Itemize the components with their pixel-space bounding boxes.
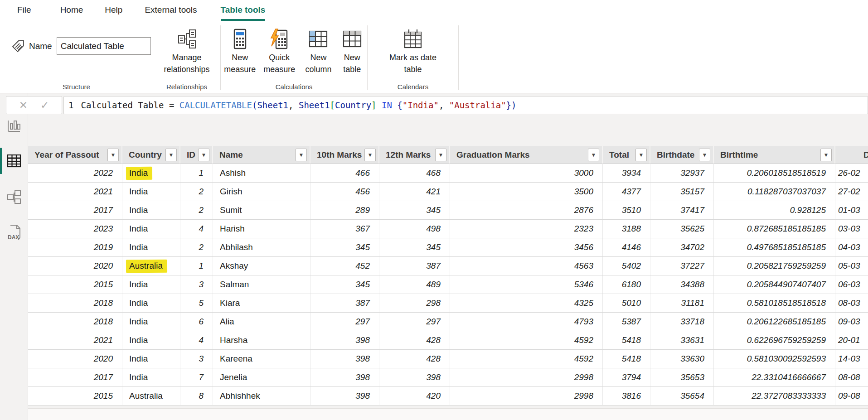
table-cell[interactable]: India: [122, 350, 180, 368]
table-cell[interactable]: 0.497685185185185: [714, 238, 835, 256]
table-cell[interactable]: India: [122, 201, 180, 219]
table-cell[interactable]: 2: [180, 183, 213, 201]
table-cell[interactable]: 3000: [450, 164, 603, 182]
table-row[interactable]: 2017India7Jenelia398398299837943565322.3…: [28, 368, 868, 387]
table-cell[interactable]: Salman: [213, 275, 310, 294]
table-cell[interactable]: 289: [310, 201, 379, 219]
new-table-button[interactable]: New table: [337, 26, 367, 76]
column-filter-dropdown[interactable]: ▼: [364, 149, 376, 161]
table-cell[interactable]: 2023: [28, 220, 122, 238]
table-cell[interactable]: 0.118287037037037: [714, 183, 835, 201]
table-cell[interactable]: 2020: [28, 350, 122, 368]
table-cell[interactable]: 35625: [650, 220, 714, 238]
table-cell[interactable]: 4563: [450, 257, 603, 275]
table-cell[interactable]: 3188: [603, 220, 650, 238]
table-cell[interactable]: 0.581018518518518: [714, 294, 835, 312]
table-cell[interactable]: 0.205844907407407: [714, 275, 835, 294]
table-cell[interactable]: 4146: [603, 238, 650, 256]
table-cell[interactable]: Abhishhek: [213, 387, 310, 405]
table-view-button[interactable]: [0, 154, 28, 168]
table-cell[interactable]: 4377: [603, 183, 650, 201]
table-cell[interactable]: Australia: [122, 387, 180, 405]
table-cell[interactable]: 398: [379, 368, 450, 386]
column-filter-dropdown[interactable]: ▼: [165, 149, 177, 161]
table-cell[interactable]: 5418: [603, 331, 650, 349]
table-cell[interactable]: 08-03: [835, 294, 868, 312]
table-row[interactable]: 2020India3Kareena39842845925418336300.58…: [28, 350, 868, 368]
table-cell[interactable]: 2022: [28, 164, 122, 182]
table-cell[interactable]: 0.206018518518519: [714, 164, 835, 182]
table-row[interactable]: 2020Australia1Akshay45238745635402372270…: [28, 257, 868, 275]
table-cell[interactable]: 398: [310, 368, 379, 386]
table-cell[interactable]: 420: [379, 387, 450, 405]
column-filter-dropdown[interactable]: ▼: [820, 149, 832, 161]
table-cell[interactable]: 27-02: [835, 183, 868, 201]
table-cell[interactable]: 31181: [650, 294, 714, 312]
table-cell[interactable]: 3456: [450, 238, 603, 256]
table-cell[interactable]: 2: [180, 201, 213, 219]
table-cell[interactable]: 14-03: [835, 350, 868, 368]
table-cell[interactable]: 2876: [450, 201, 603, 219]
new-column-button[interactable]: New column: [300, 26, 337, 76]
horizontal-scrollbar-track[interactable]: [28, 408, 868, 420]
table-cell[interactable]: 428: [379, 331, 450, 349]
table-cell[interactable]: 498: [379, 220, 450, 238]
table-cell[interactable]: Akshay: [213, 257, 310, 275]
table-cell[interactable]: Girish: [213, 183, 310, 201]
column-filter-dropdown[interactable]: ▼: [198, 149, 209, 161]
table-row[interactable]: 2022India1Ashish46646830003934329370.206…: [28, 164, 868, 183]
table-cell[interactable]: 421: [379, 183, 450, 201]
table-cell[interactable]: India: [122, 331, 180, 349]
dax-formula-input[interactable]: 1 Calculated Table = CALCULATETABLE(Shee…: [63, 96, 868, 114]
table-cell[interactable]: 456: [310, 183, 379, 201]
table-cell[interactable]: 1: [180, 164, 213, 182]
table-cell[interactable]: 26-02: [835, 164, 868, 182]
table-cell[interactable]: Sumit: [213, 201, 310, 219]
table-cell[interactable]: 4325: [450, 294, 603, 312]
table-cell[interactable]: 297: [310, 313, 379, 331]
table-cell[interactable]: 34388: [650, 275, 714, 294]
table-cell[interactable]: 2323: [450, 220, 603, 238]
table-cell[interactable]: 3: [180, 275, 213, 294]
table-cell[interactable]: 4592: [450, 331, 603, 349]
table-cell[interactable]: 489: [379, 275, 450, 294]
table-cell[interactable]: 0.928125: [714, 201, 835, 219]
table-cell[interactable]: India: [122, 368, 180, 386]
table-cell[interactable]: 09-08: [835, 387, 868, 405]
table-cell[interactable]: 5387: [603, 313, 650, 331]
dax-query-view-button[interactable]: DAX: [0, 224, 28, 242]
table-cell[interactable]: 05-03: [835, 257, 868, 275]
table-cell[interactable]: 0.872685185185185: [714, 220, 835, 238]
table-row[interactable]: 2017India2Sumit28934528763510374170.9281…: [28, 201, 868, 220]
table-cell[interactable]: Kareena: [213, 350, 310, 368]
table-cell[interactable]: 398: [310, 387, 379, 405]
table-cell[interactable]: 2018: [28, 294, 122, 312]
table-cell[interactable]: 2015: [28, 387, 122, 405]
column-filter-dropdown[interactable]: ▼: [588, 149, 599, 161]
table-cell[interactable]: 1: [180, 257, 213, 275]
table-cell[interactable]: 4793: [450, 313, 603, 331]
table-cell[interactable]: 22.3727083333333: [714, 387, 835, 405]
table-cell[interactable]: 428: [379, 350, 450, 368]
table-cell[interactable]: 20-01: [835, 331, 868, 349]
table-cell[interactable]: India: [122, 313, 180, 331]
table-cell[interactable]: 387: [310, 294, 379, 312]
table-cell[interactable]: 2998: [450, 387, 603, 405]
table-cell[interactable]: 3794: [603, 368, 650, 386]
table-cell[interactable]: Australia: [122, 257, 180, 275]
table-cell[interactable]: 35653: [650, 368, 714, 386]
table-cell[interactable]: 09-03: [835, 313, 868, 331]
manage-relationships-button[interactable]: Manage relationships: [157, 26, 217, 76]
table-cell[interactable]: India: [122, 238, 180, 256]
table-cell[interactable]: 2017: [28, 368, 122, 386]
table-cell[interactable]: Jenelia: [213, 368, 310, 386]
table-cell[interactable]: 6180: [603, 275, 650, 294]
column-filter-dropdown[interactable]: ▼: [635, 149, 647, 161]
table-cell[interactable]: 2015: [28, 275, 122, 294]
column-filter-dropdown[interactable]: ▼: [296, 149, 307, 161]
table-cell[interactable]: 08-08: [835, 368, 868, 386]
table-cell[interactable]: 0.622696759259259: [714, 331, 835, 349]
table-cell[interactable]: India: [122, 183, 180, 201]
table-cell[interactable]: 37417: [650, 201, 714, 219]
table-cell[interactable]: 35157: [650, 183, 714, 201]
